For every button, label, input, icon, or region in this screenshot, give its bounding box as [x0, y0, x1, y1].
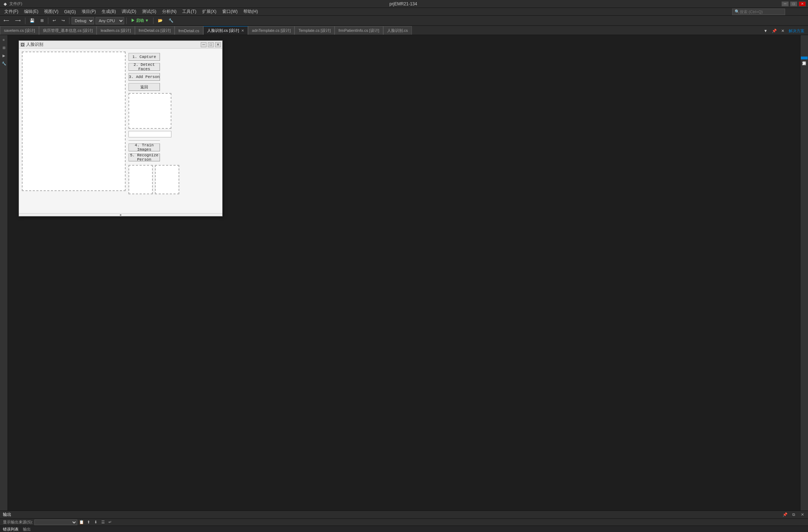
- output-source-dropdown[interactable]: [34, 519, 77, 525]
- toolbar-save-btn[interactable]: 💾: [28, 17, 37, 25]
- output-source-label: 显示输出来源(S):: [3, 519, 33, 525]
- minimize-button[interactable]: ─: [782, 1, 789, 6]
- train-images-button[interactable]: 4. Train Images: [128, 143, 160, 151]
- sidebar-icon-1[interactable]: ≡: [1, 36, 7, 43]
- menu-debug[interactable]: 调试(D): [119, 8, 139, 16]
- bottom-panel-tabs: 输出 📌 ⧉ ✕: [0, 511, 808, 519]
- solution-explorer-panel[interactable]: 解决方案: [801, 57, 808, 59]
- cpu-dropdown[interactable]: Any CPU: [96, 17, 124, 24]
- menu-view[interactable]: 视图(V): [41, 8, 61, 16]
- menu-analyze[interactable]: 分析(N): [159, 8, 180, 16]
- capture-button[interactable]: 1. Capture: [128, 53, 160, 61]
- bottom-row: [128, 165, 179, 194]
- designer-close-btn[interactable]: ✕: [215, 42, 221, 47]
- designer-titlebar: 🖼 人脸识别 ─ □ ✕: [19, 41, 222, 49]
- toolbar-save-all-btn[interactable]: ⊞: [38, 17, 46, 25]
- menu-window[interactable]: 窗口(W): [219, 8, 240, 16]
- toolbar-sep-3: [69, 18, 69, 24]
- bottom-panel-close-btn[interactable]: ✕: [799, 512, 805, 518]
- solution-explorer-link[interactable]: 解决方案: [787, 28, 807, 34]
- designer-window: 🖼 人脸识别 ─ □ ✕ 1. Capture 2. Detect Faces …: [19, 40, 223, 216]
- output-copy-btn[interactable]: 📋: [79, 519, 84, 525]
- menu-git[interactable]: Git(G): [61, 8, 79, 16]
- toolbar: ⟵ ⟶ 💾 ⊞ ↩ ↪ Debug Any CPU ▶ 启动 ▼ 📂 🔧: [0, 16, 808, 26]
- toolbar-forward-btn[interactable]: ⟶: [13, 17, 23, 25]
- separator-line: [128, 140, 160, 141]
- menu-file[interactable]: 文件(F): [1, 8, 21, 16]
- designer-form-icon: 🖼: [20, 42, 25, 47]
- menu-build[interactable]: 生成(B): [99, 8, 119, 16]
- sidebar-icon-2[interactable]: ⊞: [1, 44, 7, 51]
- toolbar-redo-btn[interactable]: ↪: [59, 17, 67, 25]
- tab-frmpatient[interactable]: frmPatientInfo.cs [设计]: [335, 26, 383, 35]
- menu-test[interactable]: 测试(S): [139, 8, 159, 16]
- tab-list-btn[interactable]: ▼: [761, 27, 770, 35]
- resize-dot: [120, 214, 121, 216]
- back-button[interactable]: 返回: [128, 83, 160, 91]
- tab-frmdetail-design[interactable]: frmDetail.cs [设计]: [135, 26, 175, 35]
- menu-project[interactable]: 项目(P): [79, 8, 99, 16]
- menu-help[interactable]: 帮助(H): [240, 8, 261, 16]
- tab-leadtem[interactable]: leadtem.cs [设计]: [97, 26, 135, 35]
- output-clear-btn[interactable]: ☰: [100, 519, 106, 525]
- title-bar-title: prjEMR21-134: [25, 1, 782, 6]
- search-input[interactable]: [740, 10, 783, 14]
- tabs-right-controls: ▼ 📌 ✕ 解决方案: [761, 27, 808, 35]
- tab-adntemplate[interactable]: adnTemplate.cs [设计]: [248, 26, 295, 35]
- output-next-btn[interactable]: ⬇: [93, 519, 99, 525]
- toolbar-misc-btn[interactable]: 📂: [156, 17, 165, 25]
- toolbar-sep-2: [48, 18, 48, 24]
- picture-box-small-1: [128, 165, 153, 194]
- tab-lihistory[interactable]: 病历管理_基本信息.cs [设计]: [39, 26, 97, 35]
- debug-mode-dropdown[interactable]: Debug: [72, 17, 94, 24]
- toolbar-sep-5: [153, 18, 154, 24]
- sidebar-icon-4[interactable]: 🔧: [1, 60, 7, 67]
- detect-faces-button[interactable]: 2. Detect Faces: [128, 63, 160, 71]
- controls-column: 1. Capture 2. Detect Faces 3. Add Person…: [128, 52, 179, 210]
- right-panel: 解决方案: [800, 35, 808, 511]
- toolbar-undo-btn[interactable]: ↩: [50, 17, 58, 25]
- tabs-bar: savetem.cs [设计] 病历管理_基本信息.cs [设计] leadte…: [0, 26, 808, 35]
- designer-content: 1. Capture 2. Detect Faces 3. Add Person…: [19, 49, 222, 213]
- tab-template[interactable]: Template.cs [设计]: [295, 26, 335, 35]
- menu-tools[interactable]: 工具(T): [179, 8, 199, 16]
- add-person-button[interactable]: 3. Add Person: [128, 73, 160, 81]
- tab-frmdetail[interactable]: frmDetail.cs: [175, 26, 203, 35]
- output-prev-btn[interactable]: ⬆: [86, 519, 92, 525]
- output-tab[interactable]: 输出: [23, 527, 31, 532]
- output-panel-title: 输出: [3, 512, 11, 518]
- start-button[interactable]: ▶ 启动 ▼: [129, 17, 151, 25]
- bottom-panel-float-btn[interactable]: ⧉: [791, 512, 797, 518]
- tab-close-icon[interactable]: ✕: [241, 29, 244, 33]
- tab-face-cs[interactable]: 人脸识别.cs: [383, 26, 412, 35]
- recognize-person-button[interactable]: 5. Recognize Person: [128, 153, 160, 161]
- maximize-button[interactable]: □: [790, 1, 797, 6]
- bottom-panel: 输出 📌 ⧉ ✕ 显示输出来源(S): 📋 ⬆ ⬇ ☰ ↵ 错误列表 输出: [0, 511, 808, 532]
- toolbar-back-btn[interactable]: ⟵: [1, 17, 11, 25]
- name-input[interactable]: [128, 131, 171, 137]
- designer-resize-handle[interactable]: [19, 213, 222, 216]
- close-button[interactable]: ✕: [799, 1, 806, 6]
- app-logo: ◆: [2, 1, 8, 7]
- designer-minimize-btn[interactable]: ─: [201, 42, 206, 47]
- tab-pin-btn[interactable]: 📌: [770, 27, 779, 35]
- menu-extensions[interactable]: 扩展(X): [199, 8, 219, 16]
- title-bar: ◆ 文件(F) prjEMR21-134 ─ □ ✕: [0, 0, 808, 8]
- bottom-panel-pin-btn[interactable]: 📌: [782, 512, 788, 518]
- error-list-tab[interactable]: 错误列表: [3, 527, 19, 532]
- picture-box-main: [22, 52, 126, 191]
- picture-box-preview: [128, 93, 171, 129]
- bottom-panel-controls: 显示输出来源(S): 📋 ⬆ ⬇ ☰ ↵: [0, 519, 808, 526]
- menu-edit[interactable]: 编辑(E): [21, 8, 41, 16]
- toolbar-sep-4: [126, 18, 127, 24]
- output-wrap-btn[interactable]: ↵: [107, 519, 113, 525]
- tab-face-design[interactable]: 人脸识别.cs [设计] ✕: [203, 26, 248, 35]
- tab-savetem[interactable]: savetem.cs [设计]: [0, 26, 39, 35]
- sidebar-icon-3[interactable]: ▶: [1, 52, 7, 59]
- main-area: ≡ ⊞ ▶ 🔧 🖼 人脸识别 ─ □ ✕ 1. Capt: [0, 35, 808, 511]
- designer-maximize-btn[interactable]: □: [208, 42, 214, 47]
- tab-close-all-btn[interactable]: ✕: [779, 27, 787, 35]
- picture-box-small-2: [155, 165, 179, 194]
- title-bar-controls: ─ □ ✕: [782, 1, 806, 6]
- toolbar-misc-btn-2[interactable]: 🔧: [166, 17, 176, 25]
